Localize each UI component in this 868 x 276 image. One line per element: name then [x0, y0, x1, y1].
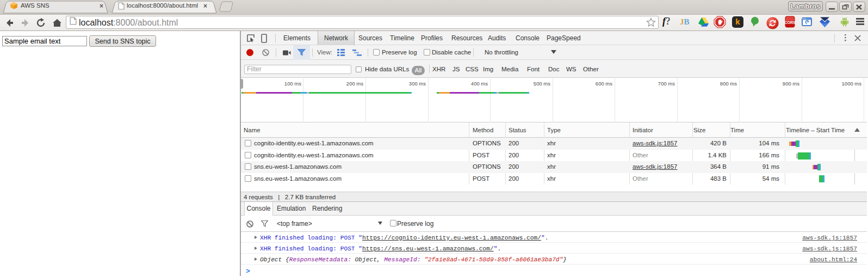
svg-text:CORS: CORS [785, 21, 795, 24]
